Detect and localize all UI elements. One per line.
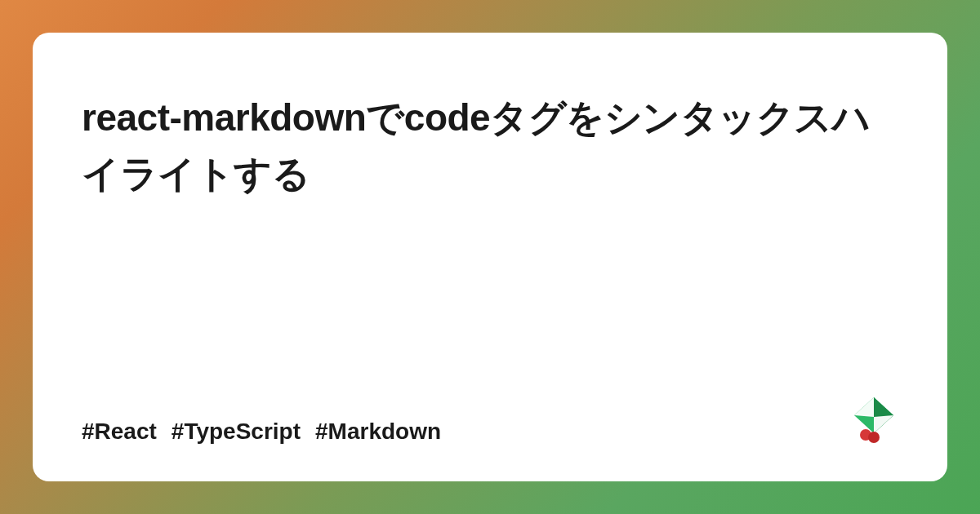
tag: #TypeScript (172, 419, 301, 445)
svg-point-1 (868, 432, 880, 443)
tag: #Markdown (315, 419, 441, 445)
card-footer: #React #TypeScript #Markdown (82, 396, 898, 445)
brand-logo-icon (849, 396, 898, 445)
tag-list: #React #TypeScript #Markdown (82, 419, 441, 445)
og-card: react-markdownでcodeタグをシンタックスハイライトする #Rea… (33, 33, 947, 481)
article-title: react-markdownでcodeタグをシンタックスハイライトする (82, 90, 898, 202)
tag: #React (82, 419, 157, 445)
